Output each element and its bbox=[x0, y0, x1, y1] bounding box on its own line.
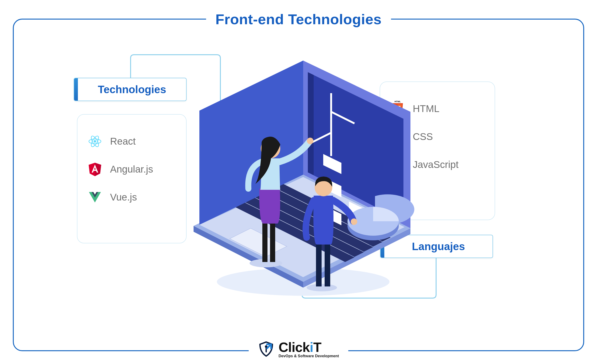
technologies-panel: React Angular.js Vue.js bbox=[77, 114, 187, 243]
group-label-text: Technologies bbox=[78, 83, 186, 96]
list-item: Angular.js bbox=[87, 161, 177, 177]
accent-tab bbox=[74, 78, 78, 101]
brand-tagline: DevOps & Software Development bbox=[278, 354, 339, 358]
list-item: React bbox=[87, 133, 177, 150]
item-label: JavaScript bbox=[413, 159, 458, 170]
svg-rect-40 bbox=[262, 221, 267, 262]
svg-point-0 bbox=[94, 140, 96, 143]
brand-logo: ClickiT DevOps & Software Development bbox=[249, 341, 348, 358]
angular-icon bbox=[87, 161, 103, 177]
item-label: Vue.js bbox=[110, 192, 137, 203]
react-icon bbox=[87, 133, 103, 150]
list-item: Vue.js bbox=[87, 189, 177, 205]
item-label: CSS bbox=[413, 131, 433, 142]
brand-name: ClickiT bbox=[278, 341, 321, 354]
group-label-technologies: Technologies bbox=[74, 78, 187, 101]
item-label: HTML bbox=[413, 103, 439, 114]
svg-rect-46 bbox=[325, 242, 330, 287]
svg-point-44 bbox=[307, 284, 337, 291]
svg-rect-45 bbox=[316, 242, 322, 287]
vue-icon bbox=[87, 189, 103, 205]
svg-point-47 bbox=[351, 219, 357, 225]
svg-rect-41 bbox=[270, 221, 275, 262]
shield-arrow-icon bbox=[258, 341, 274, 358]
item-label: React bbox=[110, 136, 136, 147]
laptop-illustration bbox=[177, 58, 415, 300]
svg-marker-32 bbox=[308, 72, 314, 175]
diagram-title: Front-end Technologies bbox=[206, 11, 391, 28]
svg-point-42 bbox=[307, 138, 314, 144]
item-label: Angular.js bbox=[110, 164, 153, 175]
